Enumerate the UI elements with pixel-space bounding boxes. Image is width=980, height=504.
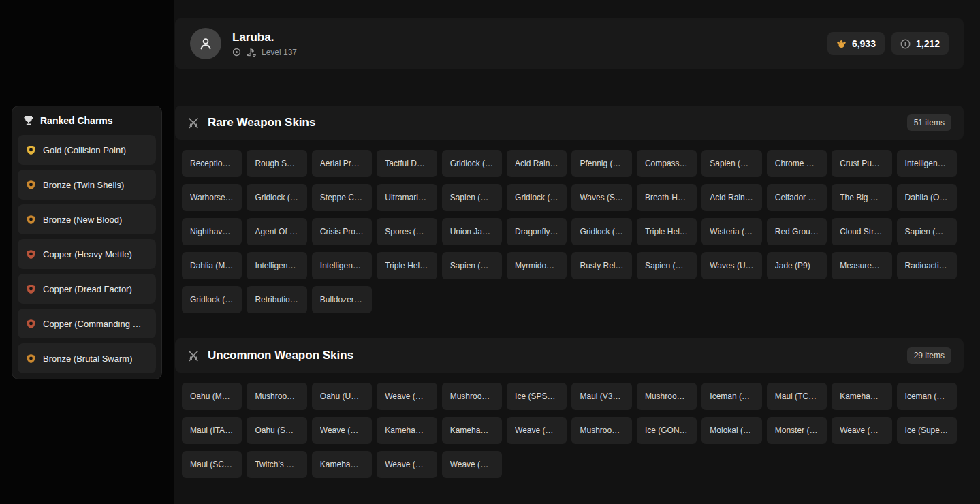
skin-chip[interactable]: Ice (SPSM…: [507, 383, 567, 410]
skin-chip[interactable]: Crust Punk…: [832, 150, 891, 177]
skin-chip[interactable]: Sapien (M1…: [701, 150, 761, 177]
skin-chip[interactable]: Jade (P9): [767, 252, 827, 279]
skin-chip[interactable]: Weave (OT…: [507, 417, 567, 444]
skin-chip[interactable]: Oahu (USP…: [312, 383, 372, 410]
skin-chip[interactable]: Triple Helix…: [637, 218, 697, 245]
skin-chip[interactable]: Steppe Ca…: [312, 184, 372, 211]
skin-chip[interactable]: Maui (TCS…: [767, 383, 827, 410]
skin-chip-label: Bulldozer (…: [320, 295, 364, 304]
skin-chip[interactable]: Gridlock (4…: [571, 218, 631, 245]
skin-chip[interactable]: Spores (S…: [377, 218, 437, 245]
skin-chip[interactable]: Ice (GONN…: [637, 417, 697, 444]
charm-list-item[interactable]: Bronze (Brutal Swarm): [18, 343, 156, 373]
charm-label: Copper (Commanding …: [43, 319, 142, 329]
skin-chip[interactable]: Measured …: [832, 252, 891, 279]
skin-chip[interactable]: Sapien (CA…: [637, 252, 697, 279]
skin-chip[interactable]: Myrmidon …: [507, 252, 567, 279]
skin-chip[interactable]: Acid Rain (…: [701, 184, 761, 211]
charm-list-item[interactable]: Bronze (New Blood): [18, 204, 156, 234]
skin-chip[interactable]: Tactful De…: [377, 150, 437, 177]
skin-chip[interactable]: Kamehame…: [312, 451, 372, 478]
skin-chip-label: Ice (GONN…: [645, 426, 689, 435]
skin-chip[interactable]: Breath-Hol…: [637, 184, 697, 211]
skin-grid-uncommon: Oahu (Mk1… Mushroom … Oahu (USP… Weave (…: [175, 383, 964, 478]
skin-chip[interactable]: Aerial Prec…: [312, 150, 372, 177]
skin-chip[interactable]: Mushroom …: [637, 383, 697, 410]
skin-chip[interactable]: Bulldozer (…: [312, 286, 372, 313]
charm-list-item[interactable]: Gold (Collision Point): [18, 135, 156, 165]
skin-chip[interactable]: Monster (S…: [767, 417, 827, 444]
skin-chip[interactable]: Chrome Bit…: [767, 150, 827, 177]
charm-list-item[interactable]: Copper (Heavy Mettle): [18, 239, 156, 269]
skin-chip[interactable]: Maui (SC3…: [182, 451, 242, 478]
skin-chip[interactable]: Iceman (S…: [897, 383, 957, 410]
skin-chip[interactable]: Maui (V308): [571, 383, 631, 410]
skin-chip[interactable]: Kamehame…: [832, 383, 891, 410]
skin-chip[interactable]: Weave (G…: [377, 383, 437, 410]
skin-chip[interactable]: Dragonfly (…: [507, 218, 567, 245]
skin-chip[interactable]: Waves (Sc…: [571, 184, 631, 211]
skin-chip[interactable]: Kamehame…: [442, 417, 502, 444]
skin-chip-label: Gridlock (…: [450, 159, 493, 168]
skin-chip[interactable]: Sapien (UZ…: [897, 218, 957, 245]
charm-list-item[interactable]: Copper (Commanding …: [18, 309, 156, 338]
skin-chip[interactable]: Dahlia (MP…: [182, 252, 242, 279]
skin-chip[interactable]: Ceifador (…: [767, 184, 827, 211]
skin-chip[interactable]: Crisis Prot…: [312, 218, 372, 245]
skin-chip[interactable]: Triple Helix…: [377, 252, 437, 279]
skin-chip[interactable]: Weave (CS…: [312, 417, 372, 444]
skin-chip[interactable]: Reception …: [182, 150, 242, 177]
skin-chip[interactable]: Warhorse (…: [182, 184, 242, 211]
skin-chip[interactable]: Twitch's Gi…: [247, 451, 306, 478]
skin-chip[interactable]: Gridlock (4…: [247, 184, 306, 211]
skin-chip[interactable]: Intelligenc…: [247, 252, 306, 279]
skin-chip[interactable]: Oahu (SC3…: [247, 417, 306, 444]
skin-chip[interactable]: Sapien (SC…: [442, 252, 502, 279]
skin-chip-label: Wisteria (A…: [710, 227, 753, 236]
skin-chip[interactable]: Rough Ski…: [247, 150, 306, 177]
skin-chip[interactable]: Agent Of C…: [247, 218, 306, 245]
skin-chip[interactable]: Rusty Relic…: [571, 252, 631, 279]
skin-chip[interactable]: Mushroom …: [442, 383, 502, 410]
skin-chip[interactable]: Kamehame…: [377, 417, 437, 444]
skin-chip[interactable]: Union Jack…: [442, 218, 502, 245]
skin-chip[interactable]: Dahlia (OT…: [897, 184, 957, 211]
charm-list-item[interactable]: Copper (Dread Factor): [18, 274, 156, 304]
skin-chip[interactable]: Waves (UZ…: [701, 252, 761, 279]
skin-chip[interactable]: Molokai (C…: [701, 417, 761, 444]
skin-chip[interactable]: Iceman (G…: [701, 383, 761, 410]
skin-chip[interactable]: Gridlock (…: [182, 286, 242, 313]
charm-list-item[interactable]: Bronze (Twin Shells): [18, 170, 156, 200]
skin-chip[interactable]: Sapien (M…: [442, 184, 502, 211]
skin-chip[interactable]: Red Groun…: [767, 218, 827, 245]
skin-chip-label: Kamehame…: [320, 460, 364, 469]
skin-chip[interactable]: Pfennig (P…: [571, 150, 631, 177]
skin-chip[interactable]: Mushroom …: [571, 417, 631, 444]
skin-chip[interactable]: Intelligenc…: [897, 150, 957, 177]
skin-chip[interactable]: Ultramarin…: [377, 184, 437, 211]
skin-chip[interactable]: Maui (ITA1…: [182, 417, 242, 444]
skin-chip[interactable]: Weave (S…: [377, 451, 437, 478]
skin-chip[interactable]: Weave (M…: [832, 417, 891, 444]
skin-chip[interactable]: Wisteria (A…: [701, 218, 761, 245]
skin-chip[interactable]: Ice (Super …: [897, 417, 957, 444]
skin-chip[interactable]: Radioactiv…: [897, 252, 957, 279]
section-rare-weapon-skins: Rare Weapon Skins 51 items Reception … R…: [175, 106, 964, 313]
skin-chip[interactable]: Intelligenc…: [312, 252, 372, 279]
skin-chip[interactable]: Nighthave…: [182, 218, 242, 245]
skin-chip[interactable]: Acid Rain (…: [507, 150, 567, 177]
skin-chip-label: Rough Ski…: [255, 159, 298, 168]
skin-chip[interactable]: Compass (…: [637, 150, 697, 177]
skin-chip[interactable]: The Big Gu…: [832, 184, 891, 211]
skin-chip[interactable]: Weave (M4): [442, 451, 502, 478]
skin-chip[interactable]: Oahu (Mk1…: [182, 383, 242, 410]
skin-chip[interactable]: Retribution…: [247, 286, 306, 313]
skin-chip[interactable]: Gridlock (5…: [507, 184, 567, 211]
skin-chip[interactable]: Mushroom …: [247, 383, 306, 410]
profile-identity: Laruba. Level 137: [232, 31, 297, 57]
playstation-icon: [247, 48, 256, 57]
charm-badge-icon: [26, 249, 36, 259]
skin-chip-label: Iceman (G…: [710, 392, 753, 401]
skin-chip[interactable]: Cloud Stre…: [832, 218, 891, 245]
skin-chip[interactable]: Gridlock (…: [442, 150, 502, 177]
